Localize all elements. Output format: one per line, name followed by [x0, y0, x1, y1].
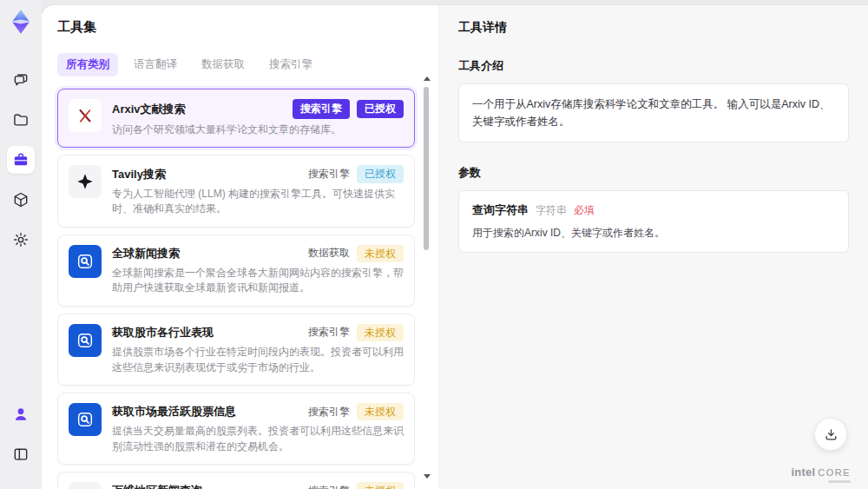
category-tab-search[interactable]: 搜索引擎 — [260, 53, 321, 76]
scroll-up-arrow-icon[interactable] — [424, 76, 431, 81]
tool-description: 提供当天交易量最高的股票列表。投资者可以利用这些信息来识别流动性强的股票和潜在的… — [112, 424, 404, 454]
chat-icon — [12, 71, 30, 89]
tool-title: 全球新闻搜索 — [112, 246, 180, 261]
intro-box: 一个用于从Arxiv存储库搜索科学论文和文章的工具。 输入可以是Arxiv ID… — [458, 83, 849, 142]
tool-status-badge: 未授权 — [357, 245, 404, 262]
tool-category-badge: 搜索引擎 — [308, 484, 350, 489]
sidebar-item-cube[interactable] — [7, 186, 35, 214]
tool-title: 获取市场最活跃股票信息 — [112, 404, 236, 420]
sidebar-item-gear[interactable] — [7, 226, 35, 254]
user-icon — [12, 406, 30, 423]
sidebar-item-panel[interactable] — [7, 440, 35, 468]
sidebar-nav — [7, 66, 35, 266]
tool-category-badge: 搜索引擎 — [293, 99, 350, 119]
tool-title: 万维地区新闻查询 — [112, 483, 202, 489]
param-required-badge: 必填 — [574, 203, 595, 218]
brand-name: intel — [791, 466, 815, 479]
search-blue-icon — [69, 245, 102, 278]
download-button[interactable] — [814, 418, 847, 451]
param-type: 字符串 — [536, 203, 567, 218]
app-logo gem-logo — [6, 7, 36, 36]
tool-card[interactable]: 万维地区新闻查询搜索引擎未授权查询具体行政区划内的新闻，快速了解各地新闻动态 — [57, 472, 415, 489]
brand-underline — [828, 480, 851, 483]
sidebar-item-chat[interactable] — [7, 66, 35, 94]
page-title: 工具集 — [57, 19, 438, 36]
detail-panel-title: 工具详情 — [458, 20, 849, 36]
tool-description: 访问各个研究领域大量科学论文和文章的存储库。 — [112, 122, 404, 137]
tool-card[interactable]: Tavily搜索搜索引擎已授权专为人工智能代理 (LLM) 构建的搜索引擎工具。… — [57, 155, 415, 227]
tool-category-badge: 搜索引擎 — [308, 325, 350, 340]
tool-description: 提供股票市场各个行业在特定时间段内的表现。投资者可以利用这些信息来识别表现优于或… — [112, 345, 404, 375]
tool-title: 获取股市各行业表现 — [112, 325, 214, 340]
search-blue-icon — [69, 324, 102, 357]
tool-status-badge: 未授权 — [357, 482, 404, 489]
folder-icon — [12, 111, 30, 129]
category-tab-all[interactable]: 所有类别 — [57, 53, 118, 76]
params-section-heading: 参数 — [458, 165, 849, 181]
tool-intro-text: 一个用于从Arxiv存储库搜索科学论文和文章的工具。 输入可以是Arxiv ID… — [472, 96, 835, 130]
tool-category-badge: 搜索引擎 — [308, 405, 350, 420]
tool-card[interactable]: 获取市场最活跃股票信息搜索引擎未授权提供当天交易量最高的股票列表。投资者可以利用… — [57, 393, 415, 465]
tool-category-badge: 搜索引擎 — [308, 167, 350, 182]
intel-core-logo: intel CORE — [791, 466, 851, 479]
gear-icon — [12, 231, 30, 248]
tools-list: Arxiv文献搜索搜索引擎已授权访问各个研究领域大量科学论文和文章的存储库。Ta… — [57, 89, 415, 489]
panel-icon — [12, 446, 30, 463]
list-scrollbar[interactable] — [422, 76, 431, 479]
search-blue-icon — [69, 403, 102, 436]
tool-status-badge: 已授权 — [357, 165, 404, 182]
tool-description: 专为人工智能代理 (LLM) 构建的搜索引擎工具。可快速提供实时、准确和真实的结… — [112, 187, 404, 217]
tool-title: Arxiv文献搜索 — [112, 102, 186, 117]
tool-status-badge: 未授权 — [357, 403, 404, 420]
tavily-icon — [69, 165, 102, 198]
sidebar-item-briefcase[interactable] — [7, 146, 35, 174]
arxiv-icon — [69, 99, 102, 132]
tool-card[interactable]: 全球新闻搜索数据获取未授权全球新闻搜索是一个聚合全球各大新闻网站内容的搜索引擎，… — [57, 235, 415, 307]
param-name: 查询字符串 — [472, 202, 529, 218]
tool-status-badge: 未授权 — [357, 324, 404, 341]
param-description: 用于搜索的Arxiv ID、关键字或作者姓名。 — [472, 226, 835, 241]
tool-status-badge: 已授权 — [357, 100, 404, 117]
intro-section-heading: 工具介绍 — [458, 58, 849, 74]
tool-description: 全球新闻搜索是一个聚合全球各大新闻网站内容的搜索引擎，帮助用户快速获取全球最新资… — [112, 266, 404, 296]
cube-icon — [12, 191, 30, 208]
brand-product: CORE — [818, 467, 851, 478]
param-box: 查询字符串 字符串 必填 用于搜索的Arxiv ID、关键字或作者姓名。 — [458, 190, 849, 253]
sidebar-item-user[interactable] — [7, 400, 35, 428]
tool-card[interactable]: 获取股市各行业表现搜索引擎未授权提供股票市场各个行业在特定时间段内的表现。投资者… — [57, 314, 415, 386]
tool-card[interactable]: Arxiv文献搜索搜索引擎已授权访问各个研究领域大量科学论文和文章的存储库。 — [57, 89, 415, 148]
category-tab-translate[interactable]: 语言翻译 — [125, 53, 186, 76]
scrollbar-thumb[interactable] — [424, 87, 429, 250]
app-sidebar — [0, 0, 42, 489]
main-panel: 工具集 所有类别语言翻译数据获取搜索引擎 Arxiv文献搜索搜索引擎已授权访问各… — [42, 5, 868, 489]
tool-detail-panel: 工具详情 工具介绍 一个用于从Arxiv存储库搜索科学论文和文章的工具。 输入可… — [438, 5, 868, 489]
newspaper-icon — [69, 482, 102, 489]
tool-title: Tavily搜索 — [112, 167, 166, 182]
tool-category-badge: 数据获取 — [308, 246, 350, 261]
scroll-down-arrow-icon[interactable] — [424, 474, 431, 479]
tools-list-panel: 工具集 所有类别语言翻译数据获取搜索引擎 Arxiv文献搜索搜索引擎已授权访问各… — [42, 5, 438, 489]
sidebar-bottom-nav — [7, 400, 35, 480]
sidebar-item-folder[interactable] — [7, 106, 35, 134]
download-icon — [824, 427, 838, 442]
category-tabs: 所有类别语言翻译数据获取搜索引擎 — [57, 53, 438, 76]
category-tab-data[interactable]: 数据获取 — [193, 53, 253, 76]
briefcase-icon — [12, 151, 30, 169]
